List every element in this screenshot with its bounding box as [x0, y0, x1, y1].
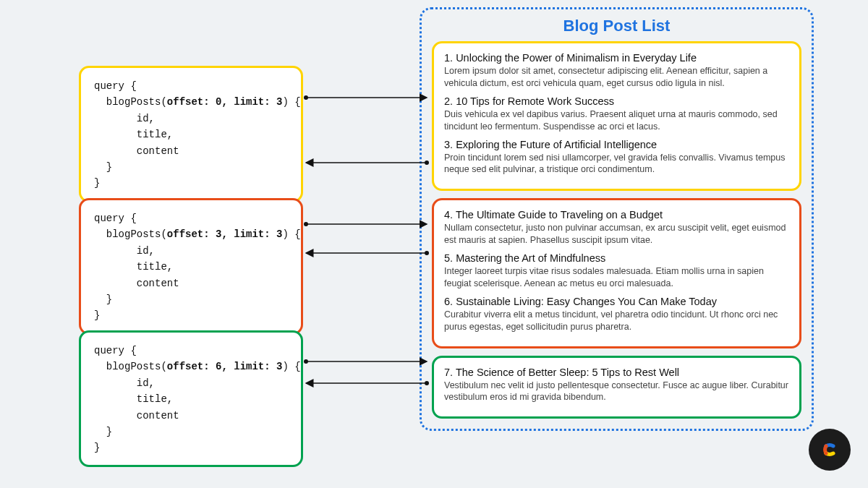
post-body: Lorem ipsum dolor sit amet, consectetur … [444, 65, 789, 90]
query-text: query { blogPosts( [94, 213, 167, 240]
query-text: ) { id, title, content } } [94, 361, 301, 453]
post-body: Nullam consectetur, justo non pulvinar a… [444, 222, 789, 247]
blog-list-title: Blog Post List [432, 17, 801, 35]
post-group-1: 1. Unlocking the Power of Minimalism in … [432, 41, 801, 191]
post-item: 5. Mastering the Art of Mindfulness Inte… [444, 252, 789, 290]
post-group-2: 4. The Ultimate Guide to Traveling on a … [432, 198, 801, 348]
svg-point-12 [825, 445, 828, 448]
svg-point-9 [304, 359, 308, 364]
post-body: Curabitur viverra elit a metus tincidunt… [444, 309, 789, 333]
post-body: Duis vehicula ex vel dapibus varius. Pra… [444, 108, 789, 133]
post-group-3: 7. The Science of Better Sleep: 5 Tips t… [432, 356, 801, 419]
svg-point-13 [825, 452, 828, 455]
post-title: 7. The Science of Better Sleep: 5 Tips t… [444, 367, 789, 378]
post-item: 3. Exploring the Future of Artificial In… [444, 139, 789, 176]
post-item: 1. Unlocking the Power of Minimalism in … [444, 52, 789, 90]
post-title: 2. 10 Tips for Remote Work Success [444, 95, 789, 107]
post-title: 3. Exploring the Future of Artificial In… [444, 139, 789, 150]
query-args: offset: 0, limit: 3 [167, 96, 283, 108]
query-text: query { blogPosts( [94, 80, 167, 108]
post-title: 6. Sustainable Living: Easy Changes You … [444, 296, 789, 307]
diagram-canvas: query { blogPosts(offset: 0, limit: 3) {… [0, 0, 868, 488]
post-item: 7. The Science of Better Sleep: 5 Tips t… [444, 367, 789, 404]
query-text: ) { id, title, content } } [94, 228, 301, 321]
query-text: query { blogPosts( [94, 345, 167, 372]
post-body: Vestibulum nec velit id justo pellentesq… [444, 380, 789, 404]
post-body: Proin tincidunt lorem sed nisi ullamcorp… [444, 152, 789, 176]
query-box-2: query { blogPosts(offset: 3, limit: 3) {… [79, 198, 303, 335]
svg-point-1 [304, 95, 308, 100]
post-title: 1. Unlocking the Power of Minimalism in … [444, 52, 789, 64]
query-text: ) { id, title, content } } [94, 96, 301, 189]
post-item: 2. 10 Tips for Remote Work Success Duis … [444, 95, 789, 133]
query-box-3: query { blogPosts(offset: 6, limit: 3) {… [79, 330, 303, 467]
query-args: offset: 3, limit: 3 [167, 228, 283, 240]
blog-post-list-container: Blog Post List 1. Unlocking the Power of… [420, 7, 814, 431]
post-item: 6. Sustainable Living: Easy Changes You … [444, 296, 789, 333]
query-args: offset: 6, limit: 3 [167, 361, 283, 372]
svg-point-5 [304, 222, 308, 226]
query-box-1: query { blogPosts(offset: 0, limit: 3) {… [79, 66, 303, 202]
post-title: 5. Mastering the Art of Mindfulness [444, 252, 789, 264]
post-title: 4. The Ultimate Guide to Traveling on a … [444, 209, 789, 221]
post-body: Integer laoreet turpis vitae risus sodal… [444, 265, 789, 290]
contentful-logo-icon [809, 429, 851, 471]
post-item: 4. The Ultimate Guide to Traveling on a … [444, 209, 789, 247]
